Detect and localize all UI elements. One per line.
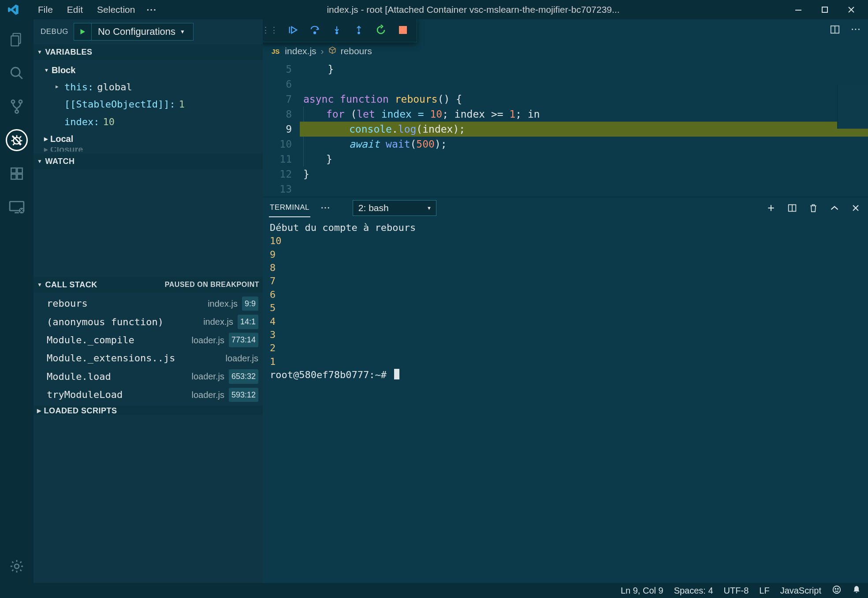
section-callstack-title: CALL STACK	[45, 280, 97, 290]
chevron-down-icon: ▼	[37, 49, 42, 55]
scope-local[interactable]: ▶ Local	[34, 130, 263, 147]
activity-settings[interactable]	[0, 550, 34, 583]
frame-name: rebours	[47, 295, 203, 312]
bell-icon[interactable]	[852, 585, 861, 597]
code-token: 10	[430, 107, 442, 122]
chevron-right-icon: ▶	[37, 408, 41, 414]
step-into-button[interactable]	[327, 21, 347, 39]
terminal-line: 10	[270, 234, 861, 248]
debug-config-select[interactable]: No Configurations	[92, 23, 193, 41]
code-lines[interactable]: } async function rebours() { for (let in…	[300, 62, 868, 197]
continue-button[interactable]	[283, 21, 303, 39]
terminal-select[interactable]: 2: bash	[353, 200, 436, 216]
feedback-icon[interactable]	[832, 585, 842, 597]
code-token: }	[303, 167, 309, 182]
maximize-panel-button[interactable]	[828, 202, 841, 214]
menu-selection[interactable]: Selection	[90, 2, 142, 18]
activity-remote[interactable]	[0, 190, 34, 224]
scope-block[interactable]: ▼ Block	[34, 62, 263, 78]
editor-area: ⋮⋮ ···	[263, 19, 868, 583]
terminal-line: 3	[270, 328, 861, 342]
minimize-button[interactable]	[785, 0, 812, 19]
variable-row[interactable]: [[StableObjectId]]: 1	[34, 96, 263, 113]
frame-name: (anonymous function)	[47, 314, 199, 330]
breadcrumb-symbol[interactable]: rebours	[341, 46, 372, 56]
terminal-body[interactable]: Début du compte à rebours10987654321root…	[263, 219, 868, 390]
status-language[interactable]: JavaScript	[780, 586, 821, 596]
section-callstack-header[interactable]: ▼ CALL STACK PAUSED ON BREAKPOINT	[34, 277, 263, 293]
code-token: =	[418, 107, 430, 122]
restart-button[interactable]	[371, 21, 391, 39]
new-terminal-button[interactable]	[765, 202, 777, 214]
start-debug-button[interactable]	[74, 23, 92, 41]
debug-config-box: No Configurations	[74, 23, 194, 41]
callstack-frame[interactable]: Module.loadloader.js653:32	[34, 368, 263, 386]
menu-more-icon[interactable]: ···	[142, 2, 161, 18]
kill-terminal-button[interactable]	[807, 202, 820, 214]
svg-rect-10	[17, 168, 22, 173]
status-indent[interactable]: Spaces: 4	[674, 586, 713, 596]
code-editor[interactable]: 5 6 7 8 9 10 11 12 13 } async function	[263, 62, 868, 197]
more-actions-button[interactable]: ···	[849, 22, 864, 37]
code-token: }	[326, 152, 332, 167]
callstack-frame[interactable]: (anonymous function)index.js14:1	[34, 313, 263, 331]
code-token: async	[303, 92, 340, 107]
svg-point-7	[15, 110, 18, 113]
svg-point-23	[835, 588, 836, 589]
step-out-button[interactable]	[349, 21, 369, 39]
section-loaded-header[interactable]: ▶ LOADED SCRIPTS	[34, 406, 263, 415]
variable-value: 1	[179, 96, 185, 112]
step-over-button[interactable]	[305, 21, 325, 39]
panel-more-button[interactable]: ···	[317, 203, 334, 213]
close-panel-button[interactable]	[849, 202, 862, 214]
status-encoding[interactable]: UTF-8	[724, 586, 749, 596]
activity-explorer[interactable]	[0, 23, 34, 56]
code-token: 1	[509, 107, 515, 122]
split-terminal-button[interactable]	[786, 202, 798, 214]
activity-search[interactable]	[0, 56, 34, 90]
scope-closure-cut[interactable]: ▶ Closure	[34, 147, 263, 152]
callstack-frame[interactable]: Module._extensions..jsloader.js	[34, 349, 263, 367]
frame-file: loader.js	[191, 333, 224, 348]
debug-toolbar[interactable]: ⋮⋮	[263, 19, 417, 42]
frame-position: 653:32	[229, 369, 258, 384]
callstack-frame[interactable]: Module._compileloader.js773:14	[34, 331, 263, 349]
split-editor-button[interactable]	[827, 22, 842, 37]
chevron-down-icon: ▼	[37, 158, 42, 164]
chevron-right-icon: ▶	[56, 83, 62, 91]
breadcrumb-file[interactable]: index.js	[285, 46, 316, 56]
breadcrumb[interactable]: JS index.js › rebours	[263, 41, 868, 62]
maximize-button[interactable]	[812, 0, 838, 19]
callstack-frame[interactable]: tryModuleLoadloader.js593:12	[34, 386, 263, 404]
minimap[interactable]	[837, 85, 868, 129]
section-watch-header[interactable]: ▼ WATCH	[34, 153, 263, 169]
status-position[interactable]: Ln 9, Col 9	[621, 586, 663, 596]
callstack-frame[interactable]: reboursindex.js9:9	[34, 294, 263, 312]
frame-file: loader.js	[191, 369, 224, 384]
section-loaded-title: LOADED SCRIPTS	[44, 406, 117, 415]
frame-position: 14:1	[238, 315, 258, 329]
grip-icon[interactable]: ⋮⋮	[263, 25, 281, 35]
frame-position: 773:14	[229, 333, 258, 347]
terminal-prompt[interactable]: root@580ef78b0777:~#	[270, 368, 861, 382]
terminal-line: 7	[270, 275, 861, 288]
code-token: let	[357, 107, 381, 122]
frame-name: tryModuleLoad	[47, 386, 187, 403]
variable-row[interactable]: ▶ this: global	[34, 78, 263, 96]
close-button[interactable]	[838, 0, 864, 19]
variable-row[interactable]: index: 10	[34, 113, 263, 130]
frame-name: Module._extensions..js	[47, 350, 221, 366]
section-variables-header[interactable]: ▼ VARIABLES	[34, 44, 263, 60]
menu-file[interactable]: File	[31, 2, 60, 18]
gutter: 5 6 7 8 9 10 11 12 13	[263, 62, 300, 197]
activity-extensions[interactable]	[0, 157, 34, 190]
stop-button[interactable]	[393, 21, 413, 39]
tab-terminal[interactable]: TERMINAL	[269, 199, 310, 217]
activity-debug[interactable]	[0, 123, 34, 157]
variable-value: 10	[103, 114, 115, 130]
code-token: }	[303, 62, 334, 77]
status-eol[interactable]: LF	[759, 586, 769, 596]
menu-edit[interactable]: Edit	[60, 2, 90, 18]
section-callstack: ▼ CALL STACK PAUSED ON BREAKPOINT rebour…	[34, 277, 263, 405]
activity-scm[interactable]	[0, 90, 34, 123]
